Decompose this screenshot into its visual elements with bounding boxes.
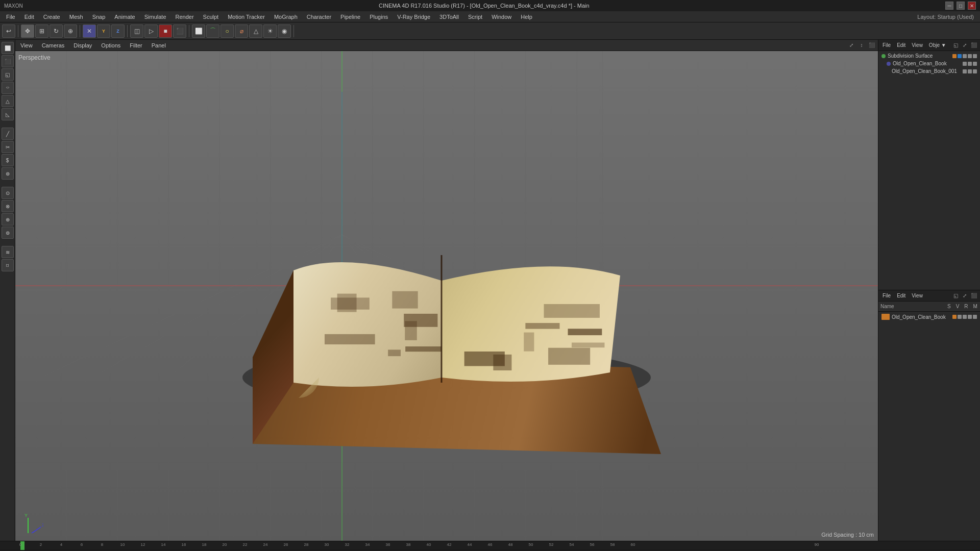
menu-mograph[interactable]: MoGraph: [270, 13, 302, 21]
obj-action-2a[interactable]: [963, 62, 967, 66]
mat-action-1a[interactable]: [952, 315, 957, 319]
obj-action-1e[interactable]: [973, 54, 977, 58]
select-tool[interactable]: ⊕: [64, 24, 77, 38]
menu-simulate[interactable]: Simulate: [140, 13, 170, 21]
minimize-button[interactable]: ─: [945, 2, 953, 10]
left-tool-8[interactable]: ✂: [2, 141, 14, 153]
vp-icon-3[interactable]: ⬛: [868, 41, 876, 49]
obj-menu-file[interactable]: File: [880, 42, 893, 48]
obj-action-1c[interactable]: [963, 54, 967, 58]
viewport-menu-view[interactable]: View: [17, 41, 36, 49]
obj-icon-2[interactable]: ⤢: [961, 41, 969, 49]
cube-object[interactable]: ⬜: [192, 24, 205, 38]
left-tool-16[interactable]: ⌑: [2, 259, 14, 271]
obj-item-subdivision[interactable]: Subdivision Surface: [879, 52, 979, 60]
left-tool-1[interactable]: ⬜: [2, 42, 14, 54]
left-tool-3[interactable]: ◱: [2, 68, 14, 81]
obj-menu-obj[interactable]: Obje ▼: [927, 42, 948, 48]
light-object[interactable]: ☀: [263, 24, 277, 38]
scale-tool[interactable]: ⊞: [35, 24, 48, 38]
menu-motion-tracker[interactable]: Motion Tracker: [224, 13, 269, 21]
vp-icon-2[interactable]: ↕: [857, 41, 866, 49]
obj-action-3a[interactable]: [963, 69, 967, 73]
menu-mesh[interactable]: Mesh: [65, 13, 87, 21]
render-to-po[interactable]: ⬛: [173, 24, 186, 38]
rotate-tool[interactable]: ↻: [50, 24, 63, 38]
mat-action-1e[interactable]: [973, 315, 977, 319]
menu-pipeline[interactable]: Pipeline: [336, 13, 364, 21]
obj-item-book[interactable]: Old_Open_Clean_Book: [879, 60, 979, 67]
obj-icon-3[interactable]: ⬛: [970, 41, 978, 49]
menu-vray-bridge[interactable]: V-Ray Bridge: [393, 13, 434, 21]
obj-icon-1[interactable]: ◱: [951, 41, 960, 49]
obj-menu-edit[interactable]: Edit: [895, 42, 908, 48]
spline-object[interactable]: ○: [220, 24, 234, 38]
left-tool-6[interactable]: ◺: [2, 108, 14, 120]
viewport-menu-filter[interactable]: Filter: [127, 41, 145, 49]
object-mode[interactable]: Y: [97, 24, 110, 38]
obj-action-2c[interactable]: [973, 62, 977, 66]
menu-snap[interactable]: Snap: [88, 13, 110, 21]
mat-icon-2[interactable]: ⤢: [961, 292, 969, 300]
left-tool-12[interactable]: ⊗: [2, 200, 14, 212]
move-tool[interactable]: ✥: [21, 24, 34, 38]
left-tool-15[interactable]: ≋: [2, 246, 14, 258]
viewport-menu-cameras[interactable]: Cameras: [39, 41, 68, 49]
obj-action-1b[interactable]: [958, 54, 962, 58]
viewport-menu-options[interactable]: Options: [98, 41, 124, 49]
menu-3dtoall[interactable]: 3DToAll: [435, 13, 463, 21]
render-region[interactable]: ◫: [130, 24, 143, 38]
menu-window[interactable]: Window: [487, 13, 516, 21]
obj-action-1d[interactable]: [968, 54, 972, 58]
mat-icon-1[interactable]: ◱: [951, 292, 960, 300]
obj-action-3c[interactable]: [973, 69, 977, 73]
menu-animate[interactable]: Animate: [110, 13, 139, 21]
mat-menu-edit[interactable]: Edit: [895, 292, 908, 299]
menu-file[interactable]: File: [2, 13, 19, 21]
left-tool-2[interactable]: ⬛: [2, 55, 14, 67]
viewport-menu-panel[interactable]: Panel: [149, 41, 169, 49]
close-button[interactable]: ✕: [968, 2, 976, 10]
other-object[interactable]: ◉: [278, 24, 291, 38]
camera-object[interactable]: △: [249, 24, 262, 38]
left-tool-10[interactable]: ⊛: [2, 167, 14, 180]
menu-sculpt[interactable]: Sculpt: [199, 13, 223, 21]
viewport-menu-display[interactable]: Display: [70, 41, 95, 49]
render-full[interactable]: ■: [159, 24, 172, 38]
menu-script[interactable]: Script: [464, 13, 486, 21]
model-mode[interactable]: ✕: [83, 24, 96, 38]
left-tool-9[interactable]: $: [2, 154, 14, 166]
obj-item-book-001[interactable]: Old_Open_Clean_Book_001: [879, 67, 979, 75]
mat-icon-3[interactable]: ⬛: [970, 292, 978, 300]
nurbs-object[interactable]: ⌒: [206, 24, 219, 38]
menu-character[interactable]: Character: [303, 13, 335, 21]
menu-render[interactable]: Render: [172, 13, 198, 21]
mat-action-1c[interactable]: [963, 315, 967, 319]
mat-action-1d[interactable]: [968, 315, 972, 319]
left-tool-4[interactable]: ⌔: [2, 82, 14, 94]
menu-help[interactable]: Help: [517, 13, 536, 21]
menu-plugins[interactable]: Plugins: [365, 13, 392, 21]
obj-action-2b[interactable]: [968, 62, 972, 66]
vp-icon-1[interactable]: ⤢: [847, 41, 855, 49]
left-tool-5[interactable]: △: [2, 95, 14, 107]
obj-menu-view[interactable]: View: [910, 42, 925, 48]
maximize-button[interactable]: □: [957, 2, 965, 10]
edit-mode[interactable]: Z: [111, 24, 125, 38]
left-tool-14[interactable]: ⊚: [2, 227, 14, 239]
render-view[interactable]: ▷: [144, 24, 158, 38]
left-tool-13[interactable]: ⊕: [2, 213, 14, 226]
deformer-object[interactable]: ⌀: [235, 24, 248, 38]
menu-edit[interactable]: Edit: [20, 13, 38, 21]
viewport[interactable]: Perspective Grid Spacing : 10 cm X Y Z: [15, 51, 878, 541]
left-tool-7[interactable]: ╱: [2, 128, 14, 140]
obj-action-1a[interactable]: [952, 54, 957, 58]
mat-menu-file[interactable]: File: [880, 292, 893, 299]
undo-button[interactable]: ↩: [2, 24, 15, 38]
mat-menu-view[interactable]: View: [910, 292, 925, 299]
mat-action-1b[interactable]: [958, 315, 962, 319]
mat-item-book[interactable]: Old_Open_Clean_Book: [879, 313, 979, 321]
menu-create[interactable]: Create: [39, 13, 64, 21]
left-tool-11[interactable]: ⊙: [2, 187, 14, 199]
obj-action-3b[interactable]: [968, 69, 972, 73]
